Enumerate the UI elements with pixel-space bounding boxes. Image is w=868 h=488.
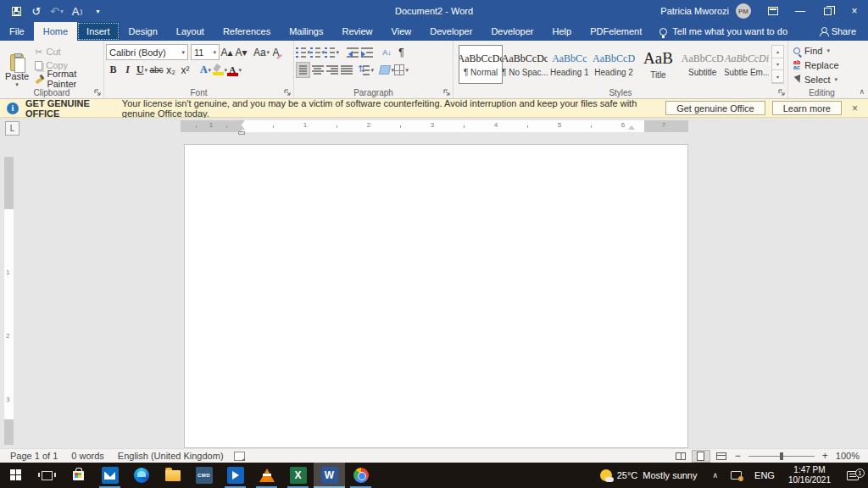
document-page[interactable] <box>184 144 688 448</box>
format-painter-button[interactable]: Format Painter <box>32 72 102 86</box>
style-normal[interactable]: AaBbCcDc ¶ Normal <box>459 45 503 84</box>
font-size-combobox[interactable]: 11 ▾ <box>191 44 220 60</box>
align-center-button[interactable] <box>310 62 325 78</box>
styles-more-button[interactable]: ▾ <box>772 70 783 83</box>
undo-button[interactable]: ↶▾ <box>47 2 66 20</box>
highlight-button[interactable]: ▾ <box>213 62 227 78</box>
replace-button[interactable]: abac Replace <box>793 58 850 72</box>
repeat-button[interactable]: ↺ <box>27 2 46 20</box>
web-layout-button[interactable] <box>712 450 731 463</box>
grow-font-button[interactable]: A▴ <box>220 44 234 60</box>
italic-button[interactable]: I <box>120 62 135 78</box>
taskbar-app-tile[interactable]: CMD <box>188 463 220 488</box>
save-button[interactable] <box>7 2 25 20</box>
learn-more-button[interactable]: Learn more <box>772 101 842 115</box>
style-heading-1[interactable]: AaBbCc Heading 1 <box>548 45 592 84</box>
shrink-font-button[interactable]: A▾ <box>234 44 248 60</box>
text-effects-button[interactable]: A▾ <box>198 62 213 78</box>
taskbar-weather[interactable]: 25°C Mostly sunny <box>592 469 706 481</box>
justify-button[interactable] <box>339 62 353 78</box>
cut-button[interactable]: ✂ Cut <box>32 45 102 58</box>
print-layout-button[interactable] <box>692 450 710 463</box>
zoom-level[interactable]: 100% <box>832 451 865 461</box>
tab-developer[interactable]: Developer <box>420 22 481 41</box>
hanging-indent-marker[interactable] <box>238 125 245 130</box>
clipboard-dialog-launcher[interactable] <box>94 89 102 97</box>
get-genuine-office-button[interactable]: Get genuine Office <box>665 101 765 115</box>
banner-close-icon[interactable]: × <box>849 103 861 114</box>
change-case-button[interactable]: Aa▾ <box>254 44 269 60</box>
tell-me-box[interactable]: Tell me what you want to do <box>651 22 796 41</box>
taskbar-clock[interactable]: 1:47 PM 10/16/2021 <box>782 465 837 485</box>
tab-design[interactable]: Design <box>120 22 167 41</box>
tab-home[interactable]: Home <box>34 22 77 41</box>
start-button[interactable] <box>0 463 31 488</box>
minimize-button[interactable]: — <box>787 0 814 22</box>
tab-mailings[interactable]: Mailings <box>280 22 332 41</box>
numbering-button[interactable]: ▾ <box>310 44 325 60</box>
first-line-indent-marker[interactable] <box>238 120 245 125</box>
taskbar-mail[interactable] <box>94 463 125 488</box>
action-center-button[interactable]: 1 <box>837 471 868 480</box>
find-button[interactable]: Find ▾ <box>793 44 850 58</box>
taskbar-chrome[interactable] <box>345 463 376 488</box>
zoom-slider-thumb[interactable] <box>780 452 783 460</box>
bullets-button[interactable]: ▾ <box>296 44 310 60</box>
superscript-button[interactable]: x² <box>178 62 192 78</box>
ribbon-display-options-button[interactable] <box>760 0 787 22</box>
vertical-ruler[interactable]: 1 2 3 <box>4 157 14 445</box>
style-heading-2[interactable]: AaBbCcD Heading 2 <box>592 45 636 84</box>
align-left-button[interactable] <box>296 62 310 78</box>
multilevel-list-button[interactable]: ▾ <box>325 44 339 60</box>
style-no-spacing[interactable]: AaBbCcDc ¶ No Spac... <box>503 45 547 84</box>
left-indent-marker[interactable] <box>238 131 245 135</box>
taskbar-movies-tv[interactable] <box>220 463 251 488</box>
subscript-button[interactable]: x₂ <box>164 62 178 78</box>
tab-help[interactable]: Help <box>543 22 581 41</box>
tab-insert[interactable]: Insert <box>77 22 120 41</box>
styles-scroll-down-button[interactable]: ▾ <box>772 58 783 71</box>
line-spacing-button[interactable]: ▾ <box>359 62 374 78</box>
font-name-combobox[interactable]: Calibri (Body) ▾ <box>106 44 188 60</box>
horizontal-ruler[interactable]: 1 1 2 3 4 5 6 7 <box>181 120 688 132</box>
taskbar-file-explorer[interactable] <box>157 463 188 488</box>
show-hide-marks-button[interactable]: ¶ <box>394 44 409 60</box>
zoom-out-button[interactable]: − <box>732 450 743 462</box>
tab-layout[interactable]: Layout <box>167 22 214 41</box>
borders-button[interactable]: ▾ <box>394 62 409 78</box>
styles-scroll-up-button[interactable]: ▴ <box>772 46 783 58</box>
shading-button[interactable]: ▾ <box>380 62 394 78</box>
word-count[interactable]: 0 words <box>64 451 111 461</box>
tab-references[interactable]: References <box>214 22 280 41</box>
page-count[interactable]: Page 1 of 1 <box>3 451 64 461</box>
read-mode-button[interactable] <box>671 450 690 463</box>
avatar[interactable]: PM <box>736 3 751 19</box>
tab-review[interactable]: Review <box>333 22 382 41</box>
taskbar-edge[interactable] <box>125 463 157 488</box>
tab-developer-2[interactable]: Developer <box>481 22 542 41</box>
tab-stop-selector[interactable]: L <box>5 121 19 136</box>
taskbar-store[interactable] <box>63 463 94 488</box>
zoom-slider[interactable] <box>748 456 815 457</box>
restore-button[interactable] <box>814 0 841 22</box>
increase-indent-button[interactable] <box>359 44 374 60</box>
right-indent-marker[interactable] <box>628 125 635 130</box>
customize-quick-access-button[interactable]: ▾ <box>88 2 107 20</box>
taskbar-vlc[interactable] <box>251 463 282 488</box>
font-color-button[interactable]: A▾ <box>227 62 242 78</box>
align-right-button[interactable] <box>325 62 339 78</box>
style-subtle-emphasis[interactable]: AaBbCcDi Subtle Em... <box>725 45 769 84</box>
style-title[interactable]: AaB Title <box>636 45 680 84</box>
tab-pdfelement[interactable]: PDFelement <box>581 22 651 41</box>
select-button[interactable]: Select ▾ <box>793 73 850 86</box>
font-dialog-launcher[interactable] <box>284 89 292 97</box>
tab-file[interactable]: File <box>0 22 34 41</box>
read-aloud-button[interactable]: A) <box>68 2 86 20</box>
task-view-button[interactable] <box>31 463 63 488</box>
language-status[interactable]: English (United Kingdom) <box>111 451 231 461</box>
underline-button[interactable]: U▾ <box>135 62 149 78</box>
collapse-ribbon-button[interactable]: ∧ <box>859 87 865 96</box>
style-subtitle[interactable]: AaBbCcD Subtitle <box>681 45 725 84</box>
bold-button[interactable]: B <box>106 62 120 78</box>
proofing-status-icon[interactable] <box>234 452 245 461</box>
